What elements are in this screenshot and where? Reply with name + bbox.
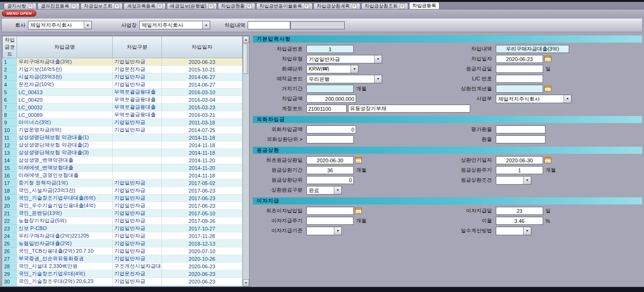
tab-5[interactable]: 예금일보(은행별)x xyxy=(167,3,217,9)
table-row[interactable]: 30국민_기술창조우대(2억) 20,6,23기업일반자금2020-06-23 xyxy=(3,278,242,285)
table-row[interactable]: 4운전자금(10억)기업일반자금2014-06-27 xyxy=(3,81,242,88)
tab-close-icon[interactable]: x xyxy=(247,4,252,9)
tab-close-icon[interactable]: x xyxy=(208,4,214,9)
table-row[interactable]: 18국민_시설자금(23억3천)기업일반자금2017-06-23 xyxy=(3,187,242,195)
table-row[interactable]: 10기업운영자금(6억)기업일반자금2014-07-25 xyxy=(3,126,242,134)
loan-date-input[interactable] xyxy=(496,55,543,63)
table-row[interactable]: 25농협일반자금대출(2억)기업일반자금2018-12-13 xyxy=(3,240,242,248)
repay-cycle-input[interactable] xyxy=(496,166,543,174)
maturity-date-input[interactable] xyxy=(496,156,543,164)
interest-basis-select[interactable]: ▼ xyxy=(306,227,342,235)
tab-close-icon[interactable]: x xyxy=(352,4,357,9)
tab-1[interactable]: 공지사항x xyxy=(4,3,36,9)
table-row[interactable]: 22농협장기차입금(5억)기업일반자금2017-09-26 xyxy=(3,217,242,225)
loan-name-input[interactable] xyxy=(496,45,569,53)
calendar-icon[interactable] xyxy=(355,208,362,214)
division-select[interactable]: 제일저지주식회사 ▼ xyxy=(496,95,572,103)
table-row[interactable]: 15미래에셋_변액보험대출2014-11-20 xyxy=(3,164,242,172)
table-row[interactable]: 6LC_00420무역포괄금융대출2016-03-04 xyxy=(3,96,242,104)
account-code-input[interactable] xyxy=(306,105,347,113)
table-row[interactable]: 13삼성생명단체보험 약관대출(3)2014-11-18 xyxy=(3,149,242,157)
table-row[interactable]: 21국민_온렌딩(13억)기업일반자금2017-05-10 xyxy=(3,210,242,217)
tab-close-icon[interactable]: x xyxy=(400,4,405,9)
repay-condition-select[interactable]: ▼ xyxy=(496,176,531,185)
tab-6[interactable]: 차입금현황x xyxy=(218,3,255,9)
principal-pay-day-input[interactable] xyxy=(496,65,543,73)
currency-select[interactable]: KRW(₩) ▼ xyxy=(306,65,358,73)
fx-repay-unit-input[interactable] xyxy=(306,135,354,143)
menu-open-button[interactable]: MENU OPEN xyxy=(2,10,36,17)
tab-close-icon[interactable]: x xyxy=(304,4,309,9)
loan-amount-input[interactable] xyxy=(306,95,356,103)
table-row[interactable]: 7LC_00032무역포괄금융대출2016-03-23 xyxy=(3,104,242,111)
tab-close-icon[interactable]: x xyxy=(71,4,76,9)
site-select[interactable]: 제일저지주식회사 ▼ xyxy=(139,21,210,29)
calendar-icon[interactable] xyxy=(355,157,362,163)
col-header-date[interactable]: 차입일자 xyxy=(162,36,242,58)
table-row[interactable]: 31국민_온렌딩 (13억) 20,03,16기업일반자금2020-03-16 xyxy=(3,285,242,287)
repay-period-input[interactable] xyxy=(306,166,354,174)
loan-detail-input[interactable] xyxy=(248,21,290,29)
col-header-name[interactable]: 차입금명 xyxy=(17,36,113,58)
first-interest-date-input[interactable] xyxy=(306,207,354,215)
tab-2[interactable]: 결의전표등록x xyxy=(37,3,80,9)
tab-10[interactable]: 차입금등록 xyxy=(409,2,439,9)
scrollbar-thumb[interactable] xyxy=(243,44,248,74)
table-row[interactable]: 14삼성생명_변액약관대출2014-11-20 xyxy=(3,157,242,164)
scroll-down-icon[interactable]: ▼ xyxy=(243,279,249,286)
calendar-icon[interactable] xyxy=(545,56,551,62)
tab-close-icon[interactable]: x xyxy=(28,4,33,9)
table-row[interactable]: 11삼성생명단체보험 약관대출(1)2014-11-18 xyxy=(3,134,242,142)
table-row[interactable]: 29국민_기술창조기업우대(4억)기업운전자금2020-06-23 xyxy=(3,270,242,278)
table-row[interactable]: 8LC_00089무역포괄금융대출2016-03-21 xyxy=(3,111,242,119)
table-row[interactable]: 19국민_기술창조기업우대대출(6억)기업일반자금2017-06-23 xyxy=(3,195,242,202)
account-name-input[interactable] xyxy=(348,105,470,113)
table-row[interactable]: 23신보 P-CBO기업일반자금2017-10-27 xyxy=(3,225,242,232)
interest-pay-day-input[interactable] xyxy=(496,207,543,215)
table-row[interactable]: 16미래에셋_경영인보험대출2014-11-18 xyxy=(3,172,242,179)
table-row[interactable]: 26국민_TCB신용대출(2억) 20.7.10기업일반자금2020-07-10 xyxy=(3,248,242,255)
eval-rate-input[interactable] xyxy=(496,125,546,133)
table-row[interactable]: 9마이너스(3억)기업일반자금2011-03-18 xyxy=(3,119,242,126)
tab-7[interactable]: 차입금변동이율등록x xyxy=(256,3,313,9)
interest-cycle-input[interactable] xyxy=(306,217,354,225)
repay-unit-input[interactable] xyxy=(306,176,354,184)
col-header-class[interactable]: 차입구분 xyxy=(113,36,162,58)
interest-rate-input[interactable] xyxy=(496,217,543,225)
lc-no-input[interactable] xyxy=(496,75,543,83)
tab-8[interactable]: 차입금상환계획x xyxy=(313,3,360,9)
table-row[interactable]: 12삼성생명단체보험 약관대출(2)2014-11-18 xyxy=(3,142,242,149)
repay-complete-select[interactable]: 완료 ▼ xyxy=(306,186,342,195)
loan-no-input[interactable] xyxy=(306,45,354,53)
tab-3[interactable]: 자금일보조회x xyxy=(80,3,123,9)
pre-repay-ym-input[interactable] xyxy=(496,85,543,93)
tab-label: 차입금현황 xyxy=(221,3,245,9)
deposit-code-select[interactable]: 우리은행 ▼ xyxy=(306,75,382,83)
calendar-icon[interactable] xyxy=(545,86,551,92)
table-row[interactable]: 2기업기보(16억5천)기업운전자금2015-10-21 xyxy=(3,66,242,73)
exchange-rate-input[interactable] xyxy=(496,135,546,143)
table-row[interactable]: 24우리구매자금대출(2억)221205기업일반자금2017-11-28 xyxy=(3,232,242,240)
table-row[interactable]: 5LC_00413무역포괄금융대출2016-03-10 xyxy=(3,88,242,96)
table-row[interactable]: 17중기청 정책자금(1억)기업일반자금2017-05-02 xyxy=(3,179,242,187)
first-principal-date-input[interactable] xyxy=(306,156,354,164)
company-select[interactable]: 제일저지주식회사 ▼ xyxy=(28,21,92,29)
scroll-up-icon[interactable]: ▲ xyxy=(243,36,249,43)
table-scrollbar[interactable]: ▲ ▼ xyxy=(242,36,249,286)
grace-period-input[interactable] xyxy=(306,85,354,93)
table-row[interactable]: 20국민_우수기술기업신용대출(4억)기업일반자금2017-06-23 xyxy=(3,202,242,210)
tab-9[interactable]: 차입금상환조회x xyxy=(361,3,408,9)
fx-amount-input[interactable] xyxy=(306,125,356,133)
day-count-method-select[interactable]: ▼ xyxy=(496,227,531,235)
loan-type-select[interactable]: 기업일반자금 ▼ xyxy=(306,55,382,63)
calendar-icon[interactable] xyxy=(545,157,551,163)
tab-close-icon[interactable]: x xyxy=(157,4,162,9)
table-row[interactable]: 3시설자금(23억3천)기업일반자금2014-06-27 xyxy=(3,73,242,81)
tab-close-icon[interactable]: x xyxy=(114,4,119,9)
table-row[interactable]: 1우리구매자금대출(3억)기업일반자금2020-06-23 xyxy=(3,58,242,66)
tab-4[interactable]: 계정과목등록x xyxy=(124,3,166,9)
col-header-code[interactable]: 차입금코드 xyxy=(3,36,17,58)
table-row[interactable]: 28국민_시설대 2,330백만원구조개선시설자금대출2020-06-23 xyxy=(3,263,242,270)
scrollbar-track[interactable] xyxy=(243,43,249,279)
table-row[interactable]: 27부국증권_선순위유동화증권기업일반자금2020-10-26 xyxy=(3,255,242,263)
